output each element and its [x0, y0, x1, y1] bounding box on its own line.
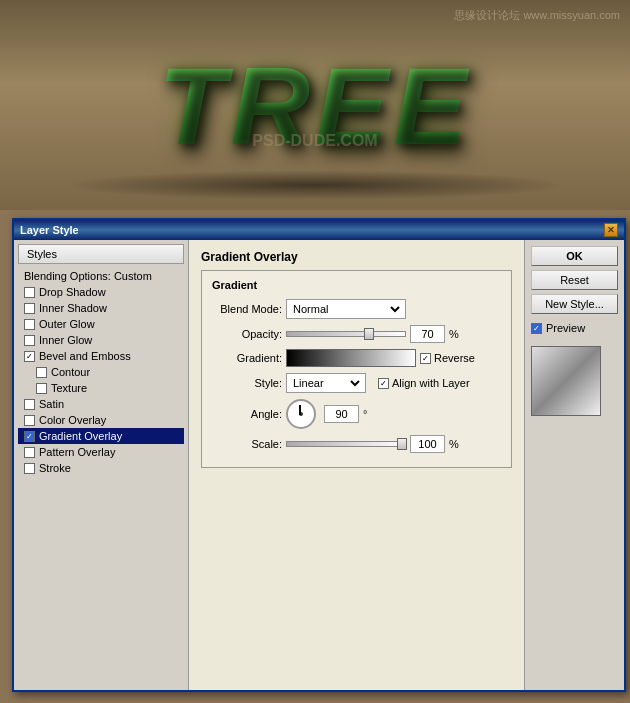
close-button[interactable]: ✕: [604, 223, 618, 237]
color-overlay-checkbox[interactable]: [24, 415, 35, 426]
inner-glow-label: Inner Glow: [39, 334, 92, 346]
preview-checkbox[interactable]: [531, 323, 542, 334]
styles-button[interactable]: Styles: [18, 244, 184, 264]
texture-checkbox[interactable]: [36, 383, 47, 394]
angle-input[interactable]: [324, 405, 359, 423]
reverse-label: Reverse: [434, 352, 475, 364]
reverse-checkbox[interactable]: [420, 353, 431, 364]
bevel-emboss-label: Bevel and Emboss: [39, 350, 131, 362]
scale-label: Scale:: [212, 438, 282, 450]
inner-glow-item[interactable]: Inner Glow: [18, 332, 184, 348]
pattern-overlay-item[interactable]: Pattern Overlay: [18, 444, 184, 460]
style-select[interactable]: Linear Radial Angle Reflected Diamond: [289, 376, 363, 390]
contour-checkbox[interactable]: [36, 367, 47, 378]
align-layer-container: Align with Layer: [378, 377, 470, 389]
opacity-slider-thumb[interactable]: [364, 328, 374, 340]
preview-row: Preview: [531, 322, 618, 334]
section-title: Gradient Overlay: [201, 250, 512, 264]
main-panel: Gradient Overlay Gradient Blend Mode: No…: [189, 240, 524, 690]
opacity-input[interactable]: [410, 325, 445, 343]
blend-mode-select-container: Normal Dissolve Multiply Screen Overlay: [286, 299, 406, 319]
stroke-label: Stroke: [39, 462, 71, 474]
color-overlay-label: Color Overlay: [39, 414, 106, 426]
new-style-button[interactable]: New Style...: [531, 294, 618, 314]
pattern-overlay-label: Pattern Overlay: [39, 446, 115, 458]
blending-options-item[interactable]: Blending Options: Custom: [18, 268, 184, 284]
satin-label: Satin: [39, 398, 64, 410]
gradient-preview[interactable]: [286, 349, 416, 367]
blend-mode-label: Blend Mode:: [212, 303, 282, 315]
inner-shadow-checkbox[interactable]: [24, 303, 35, 314]
gradient-overlay-item[interactable]: Gradient Overlay: [18, 428, 184, 444]
pattern-overlay-checkbox[interactable]: [24, 447, 35, 458]
outer-glow-item[interactable]: Outer Glow: [18, 316, 184, 332]
satin-item[interactable]: Satin: [18, 396, 184, 412]
drop-shadow-checkbox[interactable]: [24, 287, 35, 298]
outer-glow-checkbox[interactable]: [24, 319, 35, 330]
angle-row: Angle: °: [212, 399, 501, 429]
angle-label: Angle:: [212, 408, 282, 420]
left-panel: Styles Blending Options: Custom Drop Sha…: [14, 240, 189, 690]
style-row: Style: Linear Radial Angle Reflected Dia…: [212, 373, 501, 393]
watermark-center: PSD-DUDE.COM: [252, 132, 377, 150]
scale-input[interactable]: [410, 435, 445, 453]
blend-mode-row: Blend Mode: Normal Dissolve Multiply Scr…: [212, 299, 501, 319]
bevel-emboss-checkbox[interactable]: [24, 351, 35, 362]
drop-shadow-item[interactable]: Drop Shadow: [18, 284, 184, 300]
gradient-row: Gradient: Reverse: [212, 349, 501, 367]
texture-item[interactable]: Texture: [18, 380, 184, 396]
style-label: Style:: [212, 377, 282, 389]
opacity-slider-container: %: [286, 325, 501, 343]
subsection-title: Gradient: [212, 279, 501, 291]
right-panel: OK Reset New Style... Preview: [524, 240, 624, 690]
scale-row: Scale: %: [212, 435, 501, 453]
inner-shadow-item[interactable]: Inner Shadow: [18, 300, 184, 316]
dialog-body: Styles Blending Options: Custom Drop Sha…: [14, 240, 624, 690]
watermark-top: 思缘设计论坛 www.missyuan.com: [454, 8, 620, 23]
canvas-area: 思缘设计论坛 www.missyuan.com TREE PSD-DUDE.CO…: [0, 0, 630, 210]
reverse-container: Reverse: [420, 352, 475, 364]
style-select-container: Linear Radial Angle Reflected Diamond: [286, 373, 366, 393]
angle-unit: °: [363, 408, 367, 420]
scale-unit: %: [449, 438, 459, 450]
drop-shadow-label: Drop Shadow: [39, 286, 106, 298]
blend-mode-select[interactable]: Normal Dissolve Multiply Screen Overlay: [289, 302, 403, 316]
opacity-unit: %: [449, 328, 459, 340]
scale-slider-track[interactable]: [286, 441, 406, 447]
bevel-emboss-item[interactable]: Bevel and Emboss: [18, 348, 184, 364]
gradient-subsection: Gradient Blend Mode: Normal Dissolve Mul…: [201, 270, 512, 468]
layer-style-dialog: Layer Style ✕ Styles Blending Options: C…: [12, 218, 626, 692]
contour-label: Contour: [51, 366, 90, 378]
gradient-label: Gradient:: [212, 352, 282, 364]
align-layer-checkbox[interactable]: [378, 378, 389, 389]
gradient-overlay-label: Gradient Overlay: [39, 430, 122, 442]
ok-button[interactable]: OK: [531, 246, 618, 266]
color-overlay-item[interactable]: Color Overlay: [18, 412, 184, 428]
reset-button[interactable]: Reset: [531, 270, 618, 290]
stroke-item[interactable]: Stroke: [18, 460, 184, 476]
preview-box: [531, 346, 601, 416]
satin-checkbox[interactable]: [24, 399, 35, 410]
outer-glow-label: Outer Glow: [39, 318, 95, 330]
angle-hand: [299, 405, 301, 415]
scale-slider-container: %: [286, 435, 501, 453]
dialog-title: Layer Style: [20, 224, 79, 236]
align-layer-label: Align with Layer: [392, 377, 470, 389]
dialog-titlebar: Layer Style ✕: [14, 220, 624, 240]
stroke-checkbox[interactable]: [24, 463, 35, 474]
inner-shadow-label: Inner Shadow: [39, 302, 107, 314]
inner-glow-checkbox[interactable]: [24, 335, 35, 346]
preview-label: Preview: [546, 322, 585, 334]
tree-shadow: [63, 170, 567, 200]
gradient-overlay-checkbox[interactable]: [24, 431, 35, 442]
opacity-slider-track[interactable]: [286, 331, 406, 337]
opacity-row: Opacity: %: [212, 325, 501, 343]
scale-slider-thumb[interactable]: [397, 438, 407, 450]
texture-label: Texture: [51, 382, 87, 394]
angle-dial[interactable]: [286, 399, 316, 429]
opacity-label: Opacity:: [212, 328, 282, 340]
contour-item[interactable]: Contour: [18, 364, 184, 380]
